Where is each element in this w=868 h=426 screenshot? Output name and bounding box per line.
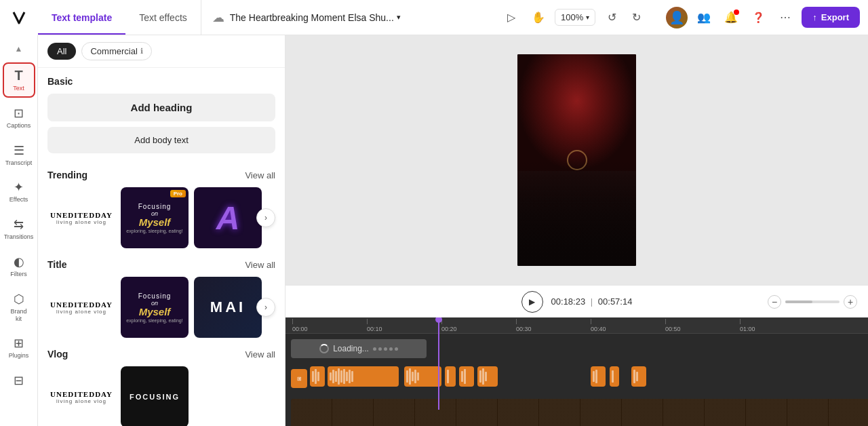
tab-text-template[interactable]: Text template bbox=[38, 0, 125, 35]
subtitles-icon: ⊟ bbox=[14, 373, 24, 388]
template-card-unedited-2[interactable]: UNEDITEDDAY living alone vlog bbox=[47, 277, 115, 338]
template-card-mai[interactable]: MAI bbox=[194, 277, 262, 338]
zoom-slider[interactable] bbox=[785, 301, 840, 303]
template-card-letter-a[interactable]: A bbox=[194, 187, 262, 248]
template-card-focusing-2[interactable]: Focusing on Myself exploring, sleeping, … bbox=[121, 277, 189, 338]
sidebar-item-filters[interactable]: ◐ Filters bbox=[3, 249, 35, 284]
pointer-tool[interactable]: ▷ bbox=[500, 7, 522, 28]
plugins-icon: ⊞ bbox=[14, 336, 24, 351]
ruler-mark-50: 00:50 bbox=[665, 319, 681, 332]
more-options-button[interactable]: ⋯ bbox=[774, 7, 796, 28]
title-section-header: Title View all bbox=[47, 259, 275, 270]
notification-dot bbox=[734, 9, 739, 15]
audio-handle-left[interactable]: ⊞ bbox=[291, 369, 307, 388]
trending-scroll-right[interactable]: › bbox=[256, 208, 275, 227]
redo-button[interactable]: ↻ bbox=[625, 7, 647, 28]
notifications-button[interactable]: 🔔 bbox=[720, 7, 742, 28]
ruler-mark-10: 00:10 bbox=[367, 319, 382, 332]
export-button[interactable]: ↑ Export bbox=[802, 7, 860, 28]
trending-view-all[interactable]: View all bbox=[245, 170, 275, 180]
sidebar-item-captions[interactable]: ⊡ Captions bbox=[3, 100, 35, 135]
zoom-control[interactable]: 100% ▾ bbox=[555, 9, 595, 26]
basic-section-header: Basic bbox=[47, 76, 275, 87]
sidebar-item-brand[interactable]: ⬡ Brandkit bbox=[3, 286, 35, 328]
title-view-all[interactable]: View all bbox=[245, 260, 275, 270]
add-heading-button[interactable]: Add heading bbox=[47, 94, 275, 121]
video-thumbnails bbox=[291, 399, 868, 426]
audio-segment-3[interactable] bbox=[404, 366, 441, 387]
template-card-vlog-unedited[interactable]: UNEDITEDDAY living alone vlog bbox=[47, 366, 115, 426]
ruler-mark-40: 00:40 bbox=[591, 319, 606, 332]
audio-segment-1[interactable] bbox=[310, 366, 325, 387]
panel-content: Basic Add heading Add body text Trending… bbox=[38, 68, 285, 426]
sidebar-item-subtitles[interactable]: ⊟ bbox=[3, 368, 35, 393]
trending-grid: UNEDITEDDAY living alone vlog Pro Focusi… bbox=[47, 187, 275, 248]
loading-spinner bbox=[319, 344, 329, 353]
topbar-tabs: Text template Text effects bbox=[38, 0, 201, 35]
hand-tool[interactable]: ✋ bbox=[528, 7, 549, 28]
template-card-vlog-focusing[interactable]: Focusing bbox=[121, 366, 189, 426]
text-icon: T bbox=[14, 68, 22, 83]
sidebar-item-effects[interactable]: ✦ Effects bbox=[3, 174, 35, 209]
main-area: ▲ T Text ⊡ Captions ☰ Transcript ✦ Effec… bbox=[0, 35, 868, 426]
undo-button[interactable]: ↺ bbox=[601, 7, 623, 28]
sidebar-item-text[interactable]: T Text bbox=[3, 62, 35, 98]
vlog-view-all[interactable]: View all bbox=[245, 349, 275, 360]
sidebar-item-transitions[interactable]: ⇆ Transitions bbox=[3, 212, 35, 246]
timeline-area: 00:00 00:10 00:20 00:30 00:40 bbox=[285, 317, 868, 426]
title-scroll-right[interactable]: › bbox=[256, 298, 275, 317]
audio-segment-2[interactable] bbox=[328, 366, 399, 387]
title-section: Title View all UNEDITEDDAY living alone … bbox=[47, 259, 275, 338]
filter-all-button[interactable]: All bbox=[47, 43, 76, 60]
timeline-zoom-controls: − + bbox=[768, 295, 857, 309]
add-body-button[interactable]: Add body text bbox=[47, 127, 275, 153]
canvas-area: ▶ 00:18:23 | 00:57:14 − + 00:00 bbox=[285, 35, 868, 426]
audio-segment-8[interactable] bbox=[610, 366, 619, 387]
topbar-right: 👤 👥 🔔 ❓ ⋯ ↑ Export bbox=[658, 7, 868, 28]
video-gradient bbox=[517, 160, 636, 266]
canvas-viewport bbox=[285, 35, 868, 285]
ruler-mark-60: 01:00 bbox=[740, 319, 755, 332]
timeline-ruler: 00:00 00:10 00:20 00:30 00:40 bbox=[285, 317, 868, 334]
ruler-mark-20: 00:20 bbox=[441, 319, 457, 332]
video-preview bbox=[517, 54, 636, 266]
vlog-grid: UNEDITEDDAY living alone vlog Focusing bbox=[47, 366, 275, 426]
audio-segment-5[interactable] bbox=[459, 366, 474, 387]
topbar-middle: ☁ The Heartbreaking Moment Elsa Shu... ▾ bbox=[201, 10, 490, 25]
vlog-section-header: Vlog View all bbox=[47, 349, 275, 360]
transitions-icon: ⇆ bbox=[14, 217, 24, 232]
zoom-out-button[interactable]: − bbox=[768, 295, 781, 309]
info-icon: ℹ bbox=[140, 47, 143, 56]
tab-text-effects[interactable]: Text effects bbox=[125, 0, 201, 35]
filter-commercial-button[interactable]: Commercial ℹ bbox=[81, 42, 151, 60]
play-button[interactable]: ▶ bbox=[521, 291, 543, 313]
undo-redo-group: ↺ ↻ bbox=[601, 7, 647, 28]
add-collaborator-button[interactable]: 👥 bbox=[693, 7, 715, 28]
sidebar-item-transcript[interactable]: ☰ Transcript bbox=[3, 138, 35, 172]
project-name[interactable]: The Heartbreaking Moment Elsa Shu... ▾ bbox=[230, 12, 401, 23]
zoom-in-button[interactable]: + bbox=[844, 295, 857, 309]
playback-bar: ▶ 00:18:23 | 00:57:14 − + bbox=[285, 285, 868, 317]
zoom-slider-fill bbox=[785, 301, 812, 303]
zoom-chevron-icon: ▾ bbox=[586, 14, 589, 21]
template-card-unedited-day[interactable]: UNEDITEDDAY living alone vlog bbox=[47, 187, 115, 248]
audio-segment-7[interactable] bbox=[591, 366, 606, 387]
help-button[interactable]: ❓ bbox=[747, 7, 769, 28]
audio-segment-6[interactable] bbox=[477, 366, 498, 387]
app-logo bbox=[0, 0, 38, 35]
sidebar-collapse-button[interactable]: ▲ bbox=[8, 41, 30, 57]
video-thumbnail-track[interactable] bbox=[291, 399, 868, 426]
text-panel: All Commercial ℹ Basic Add heading Add b… bbox=[38, 35, 285, 426]
template-card-focusing-myself-pro[interactable]: Pro Focusing on Myself exploring, sleepi… bbox=[121, 187, 189, 248]
track-audio: ⊞ bbox=[285, 364, 868, 389]
trending-section: Trending View all UNEDITEDDAY living alo… bbox=[47, 170, 275, 248]
playhead[interactable] bbox=[438, 317, 439, 410]
sidebar-item-plugins[interactable]: ⊞ Plugins bbox=[3, 330, 35, 365]
loading-clip[interactable]: Loading... bbox=[291, 339, 427, 358]
pro-badge: Pro bbox=[170, 190, 186, 197]
ruler-mark-0: 00:00 bbox=[292, 319, 308, 332]
audio-segment-4[interactable] bbox=[445, 366, 456, 387]
title-grid: UNEDITEDDAY living alone vlog Focusing o… bbox=[47, 277, 275, 338]
audio-segment-9[interactable] bbox=[631, 366, 646, 387]
ruler-mark-30: 00:30 bbox=[516, 319, 532, 332]
